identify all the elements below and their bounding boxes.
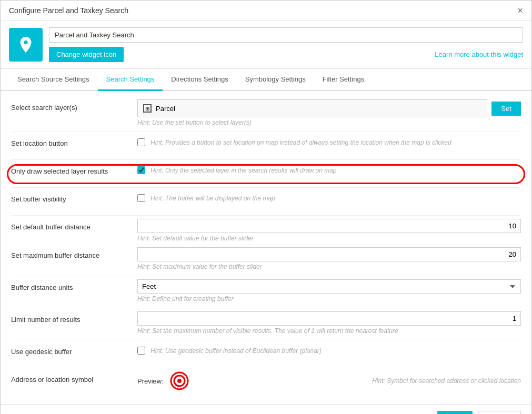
buffer-visibility-row: Set buffer visibility Hint: The buffer w… — [11, 191, 521, 210]
layer-name: Parcel — [156, 105, 175, 113]
buffer-units-row: Buffer distance units Feet Meters Miles … — [11, 279, 521, 302]
set-location-hint: Hint: Provides a button to set location … — [150, 139, 451, 146]
limit-results-control: Hint: Set the maximum number of visible … — [137, 311, 521, 335]
widget-icon — [9, 28, 43, 62]
content-area: Select search layer(s) ⊞ Parcel Set Hint… — [1, 91, 531, 404]
geodesic-buffer-row: Use geodesic buffer Hint: Use geodesic b… — [11, 344, 521, 362]
address-symbol-hint: Hint: Symbol for searched address or cli… — [372, 377, 521, 385]
geodesic-hint: Hint: Use geodesic buffer instead of Euc… — [150, 347, 322, 355]
tabs-bar: Search Source Settings Search Settings D… — [1, 69, 531, 91]
buffer-units-select[interactable]: Feet Meters Miles Kilometers — [137, 279, 521, 294]
dialog-title: Configure Parcel and Taxkey Search — [9, 6, 128, 15]
preview-row: Preview: Hint: Symbol for searched addre… — [137, 371, 521, 390]
address-symbol-row: Address or location symbol Preview: Hint… — [11, 371, 521, 390]
default-buffer-hint: Hint: Set default value for the buffer s… — [137, 235, 521, 242]
only-draw-selected-control: Hint: Only the selected layer in the sea… — [137, 163, 521, 174]
only-draw-hint: Hint: Only the selected layer in the sea… — [150, 167, 337, 174]
titlebar: Configure Parcel and Taxkey Search × — [1, 1, 531, 21]
target-icon — [170, 371, 189, 390]
limit-results-row: Limit number of results Hint: Set the ma… — [11, 311, 521, 335]
buffer-units-control: Feet Meters Miles Kilometers Hint: Defin… — [137, 279, 521, 302]
ok-button[interactable]: OK — [437, 411, 473, 414]
buffer-visibility-hint: Hint: The buffer will be displayed on th… — [150, 195, 275, 202]
layer-select-box: ⊞ Parcel — [137, 99, 487, 117]
tab-search-settings[interactable]: Search Settings — [98, 69, 163, 91]
select-search-layer-control: ⊞ Parcel Set Hint: Use the set button to… — [137, 99, 521, 126]
header-actions: Change widget icon Learn more about this… — [49, 47, 523, 62]
default-buffer-row: Set default buffer distance Hint: Set de… — [11, 219, 521, 242]
max-buffer-input[interactable] — [137, 247, 521, 261]
layer-grid-icon: ⊞ — [143, 104, 152, 113]
learn-more-link[interactable]: Learn more about this widget — [435, 51, 523, 58]
only-draw-selected-row: Only draw selected layer results Hint: O… — [11, 163, 521, 182]
header-right: Change widget icon Learn more about this… — [49, 27, 523, 62]
set-location-row: Set location button Hint: Provides a but… — [11, 135, 521, 154]
select-search-layer-row: Select search layer(s) ⊞ Parcel Set Hint… — [11, 99, 521, 126]
tab-filter[interactable]: Filter Settings — [314, 69, 373, 91]
geodesic-checkbox-row: Hint: Use geodesic buffer instead of Euc… — [137, 344, 521, 355]
set-layer-button[interactable]: Set — [491, 102, 521, 116]
widget-name-input[interactable] — [49, 27, 523, 43]
select-search-layer-label: Select search layer(s) — [11, 99, 137, 112]
dialog-header: Change widget icon Learn more about this… — [1, 21, 531, 69]
limit-results-hint: Hint: Set the maximum number of visible … — [137, 327, 521, 335]
default-buffer-input[interactable] — [137, 219, 521, 233]
max-buffer-control: Hint: Set maximum value for the buffer s… — [137, 247, 521, 270]
close-button[interactable]: × — [517, 6, 523, 15]
buffer-visibility-checkbox-row: Hint: The buffer will be displayed on th… — [137, 191, 521, 202]
tab-search-source[interactable]: Search Source Settings — [9, 69, 98, 91]
only-draw-checkbox[interactable] — [137, 166, 145, 174]
svg-point-2 — [177, 379, 182, 383]
max-buffer-label: Set maximum buffer distance — [11, 247, 137, 259]
cancel-button[interactable]: Cancel — [478, 411, 521, 414]
location-pin-icon — [16, 35, 35, 54]
geodesic-buffer-label: Use geodesic buffer — [11, 344, 137, 356]
max-buffer-row: Set maximum buffer distance Hint: Set ma… — [11, 247, 521, 270]
change-icon-button[interactable]: Change widget icon — [49, 47, 124, 62]
max-buffer-hint: Hint: Set maximum value for the buffer s… — [137, 263, 521, 270]
tab-directions[interactable]: Directions Settings — [163, 69, 236, 91]
layer-select-row: ⊞ Parcel Set — [137, 99, 521, 117]
set-location-control: Hint: Provides a button to set location … — [137, 135, 521, 146]
limit-results-input[interactable] — [137, 311, 521, 326]
address-symbol-control: Preview: Hint: Symbol for searched addre… — [137, 371, 521, 390]
limit-results-label: Limit number of results — [11, 311, 137, 324]
buffer-units-hint: Hint: Define unit for creating buffer — [137, 295, 521, 302]
buffer-visibility-control: Hint: The buffer will be displayed on th… — [137, 191, 521, 202]
default-buffer-control: Hint: Set default value for the buffer s… — [137, 219, 521, 242]
only-draw-checkbox-row: Hint: Only the selected layer in the sea… — [137, 163, 521, 174]
set-location-label: Set location button — [11, 135, 137, 147]
dialog-footer: OK Cancel — [1, 404, 531, 414]
target-symbol[interactable] — [170, 371, 189, 390]
tab-symbology[interactable]: Symbology Settings — [237, 69, 314, 91]
buffer-visibility-label: Set buffer visibility — [11, 191, 137, 203]
set-location-checkbox[interactable] — [137, 138, 145, 146]
select-layer-hint: Hint: Use the set button to select layer… — [137, 119, 521, 126]
geodesic-checkbox[interactable] — [137, 347, 145, 355]
default-buffer-label: Set default buffer distance — [11, 219, 137, 231]
only-draw-selected-label: Only draw selected layer results — [11, 163, 137, 175]
address-symbol-label: Address or location symbol — [11, 371, 137, 383]
geodesic-buffer-control: Hint: Use geodesic buffer instead of Euc… — [137, 344, 521, 355]
preview-label: Preview: — [137, 377, 164, 385]
set-location-checkbox-row: Hint: Provides a button to set location … — [137, 135, 521, 146]
buffer-visibility-checkbox[interactable] — [137, 194, 145, 202]
configure-dialog: Configure Parcel and Taxkey Search × Cha… — [0, 0, 532, 414]
buffer-units-label: Buffer distance units — [11, 279, 137, 291]
